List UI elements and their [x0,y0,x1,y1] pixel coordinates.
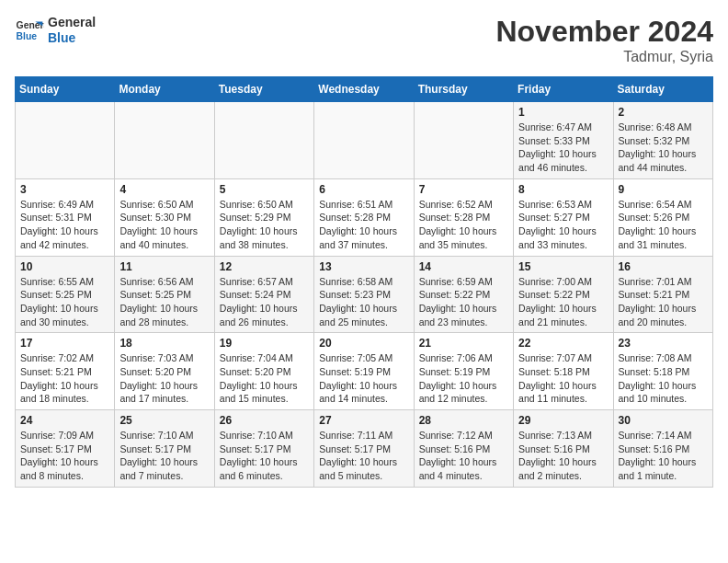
day-info: Sunrise: 7:12 AM Sunset: 5:16 PM Dayligh… [419,429,508,483]
calendar-cell: 2Sunrise: 6:48 AM Sunset: 5:32 PM Daylig… [613,102,712,179]
day-info: Sunrise: 6:57 AM Sunset: 5:24 PM Dayligh… [220,275,309,329]
day-info: Sunrise: 6:51 AM Sunset: 5:28 PM Dayligh… [319,198,408,252]
day-info: Sunrise: 7:08 AM Sunset: 5:18 PM Dayligh… [619,351,708,406]
calendar-cell: 7Sunrise: 6:52 AM Sunset: 5:28 PM Daylig… [414,178,513,256]
calendar-cell: 6Sunrise: 6:51 AM Sunset: 5:28 PM Daylig… [314,178,414,256]
day-info: Sunrise: 7:11 AM Sunset: 5:17 PM Dayligh… [319,429,408,483]
day-number: 23 [619,337,708,350]
calendar-cell: 29Sunrise: 7:13 AM Sunset: 5:16 PM Dayli… [514,410,613,488]
day-info: Sunrise: 6:50 AM Sunset: 5:30 PM Dayligh… [119,198,209,252]
day-info: Sunrise: 7:02 AM Sunset: 5:21 PM Dayligh… [20,351,109,406]
weekday-header-sunday: Sunday [16,77,115,102]
day-number: 4 [119,183,209,196]
calendar-cell: 17Sunrise: 7:02 AM Sunset: 5:21 PM Dayli… [16,333,115,410]
calendar-cell: 12Sunrise: 6:57 AM Sunset: 5:24 PM Dayli… [214,256,313,333]
day-info: Sunrise: 7:00 AM Sunset: 5:22 PM Dayligh… [518,275,608,329]
calendar-cell [214,102,313,179]
day-number: 8 [518,183,608,196]
day-number: 21 [419,337,508,350]
day-number: 29 [518,414,608,427]
day-info: Sunrise: 6:56 AM Sunset: 5:25 PM Dayligh… [119,275,209,329]
day-info: Sunrise: 6:59 AM Sunset: 5:22 PM Dayligh… [419,275,508,329]
calendar-cell: 1Sunrise: 6:47 AM Sunset: 5:33 PM Daylig… [514,102,613,179]
day-number: 20 [319,337,408,350]
day-number: 28 [419,414,508,427]
day-info: Sunrise: 7:14 AM Sunset: 5:16 PM Dayligh… [619,429,708,483]
day-number: 26 [220,414,309,427]
calendar-cell: 22Sunrise: 7:07 AM Sunset: 5:18 PM Dayli… [514,333,613,410]
calendar-cell: 26Sunrise: 7:10 AM Sunset: 5:17 PM Dayli… [214,410,313,488]
calendar-cell [414,102,513,179]
day-number: 7 [419,183,508,196]
week-row-3: 10Sunrise: 6:55 AM Sunset: 5:25 PM Dayli… [16,256,713,333]
calendar-cell: 18Sunrise: 7:03 AM Sunset: 5:20 PM Dayli… [115,333,214,410]
day-number: 12 [220,260,309,273]
calendar-cell [115,102,214,179]
calendar-table: SundayMondayTuesdayWednesdayThursdayFrid… [15,76,713,488]
calendar-cell: 24Sunrise: 7:09 AM Sunset: 5:17 PM Dayli… [16,410,115,488]
weekday-header-monday: Monday [115,77,214,102]
calendar-cell [16,102,115,179]
day-number: 25 [119,414,209,427]
day-number: 13 [319,260,408,273]
day-info: Sunrise: 7:07 AM Sunset: 5:18 PM Dayligh… [518,351,608,406]
calendar-cell: 3Sunrise: 6:49 AM Sunset: 5:31 PM Daylig… [16,178,115,256]
day-number: 14 [419,260,508,273]
day-number: 3 [20,183,109,196]
calendar-cell: 27Sunrise: 7:11 AM Sunset: 5:17 PM Dayli… [314,410,414,488]
calendar-cell: 21Sunrise: 7:06 AM Sunset: 5:19 PM Dayli… [414,333,513,410]
day-number: 16 [619,260,708,273]
weekday-header-friday: Friday [514,77,613,102]
week-row-2: 3Sunrise: 6:49 AM Sunset: 5:31 PM Daylig… [16,178,713,256]
day-info: Sunrise: 6:52 AM Sunset: 5:28 PM Dayligh… [419,198,508,252]
day-number: 19 [220,337,309,350]
day-number: 15 [518,260,608,273]
page-header: General Blue General Blue November 2024 … [15,15,713,65]
location-title: Tadmur, Syria [495,49,713,65]
logo-icon: General Blue [15,16,44,45]
weekday-header-tuesday: Tuesday [214,77,313,102]
logo-text-general: General [48,15,96,30]
calendar-cell: 19Sunrise: 7:04 AM Sunset: 5:20 PM Dayli… [214,333,313,410]
calendar-cell: 10Sunrise: 6:55 AM Sunset: 5:25 PM Dayli… [16,256,115,333]
day-number: 17 [20,337,109,350]
week-row-5: 24Sunrise: 7:09 AM Sunset: 5:17 PM Dayli… [16,410,713,488]
day-number: 11 [119,260,209,273]
day-info: Sunrise: 7:09 AM Sunset: 5:17 PM Dayligh… [20,429,109,483]
week-row-1: 1Sunrise: 6:47 AM Sunset: 5:33 PM Daylig… [16,102,713,179]
day-number: 6 [319,183,408,196]
day-info: Sunrise: 7:10 AM Sunset: 5:17 PM Dayligh… [220,429,309,483]
calendar-cell: 11Sunrise: 6:56 AM Sunset: 5:25 PM Dayli… [115,256,214,333]
day-info: Sunrise: 7:13 AM Sunset: 5:16 PM Dayligh… [518,429,608,483]
calendar-cell: 20Sunrise: 7:05 AM Sunset: 5:19 PM Dayli… [314,333,414,410]
day-info: Sunrise: 6:58 AM Sunset: 5:23 PM Dayligh… [319,275,408,329]
weekday-header-saturday: Saturday [613,77,712,102]
calendar-cell: 4Sunrise: 6:50 AM Sunset: 5:30 PM Daylig… [115,178,214,256]
weekday-header-row: SundayMondayTuesdayWednesdayThursdayFrid… [16,77,713,102]
calendar-cell: 23Sunrise: 7:08 AM Sunset: 5:18 PM Dayli… [613,333,712,410]
day-number: 10 [20,260,109,273]
week-row-4: 17Sunrise: 7:02 AM Sunset: 5:21 PM Dayli… [16,333,713,410]
day-info: Sunrise: 7:03 AM Sunset: 5:20 PM Dayligh… [119,351,209,406]
day-number: 18 [119,337,209,350]
calendar-cell: 9Sunrise: 6:54 AM Sunset: 5:26 PM Daylig… [613,178,712,256]
day-info: Sunrise: 7:05 AM Sunset: 5:19 PM Dayligh… [319,351,408,406]
calendar-cell: 14Sunrise: 6:59 AM Sunset: 5:22 PM Dayli… [414,256,513,333]
day-info: Sunrise: 6:48 AM Sunset: 5:32 PM Dayligh… [619,121,708,175]
day-info: Sunrise: 7:10 AM Sunset: 5:17 PM Dayligh… [119,429,209,483]
title-area: November 2024 Tadmur, Syria [495,15,713,65]
day-number: 22 [518,337,608,350]
calendar-cell: 25Sunrise: 7:10 AM Sunset: 5:17 PM Dayli… [115,410,214,488]
logo: General Blue General Blue [15,15,96,46]
calendar-cell: 30Sunrise: 7:14 AM Sunset: 5:16 PM Dayli… [613,410,712,488]
day-number: 9 [619,183,708,196]
logo-text-blue: Blue [48,30,96,46]
calendar-cell: 5Sunrise: 6:50 AM Sunset: 5:29 PM Daylig… [214,178,313,256]
day-number: 24 [20,414,109,427]
calendar-cell: 15Sunrise: 7:00 AM Sunset: 5:22 PM Dayli… [514,256,613,333]
calendar-cell: 16Sunrise: 7:01 AM Sunset: 5:21 PM Dayli… [613,256,712,333]
day-info: Sunrise: 6:49 AM Sunset: 5:31 PM Dayligh… [20,198,109,252]
calendar-cell: 13Sunrise: 6:58 AM Sunset: 5:23 PM Dayli… [314,256,414,333]
day-info: Sunrise: 6:54 AM Sunset: 5:26 PM Dayligh… [619,198,708,252]
day-info: Sunrise: 7:06 AM Sunset: 5:19 PM Dayligh… [419,351,508,406]
